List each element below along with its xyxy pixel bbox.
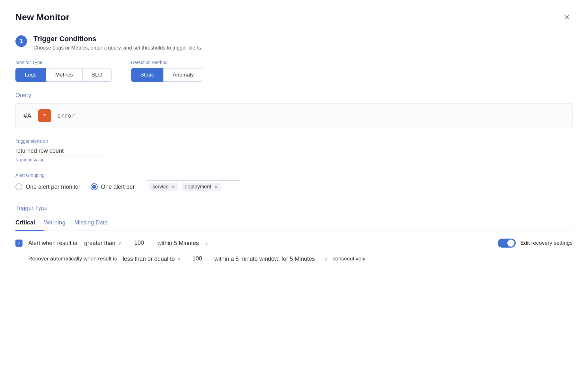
window-select-wrapper: within 5 Minutes within 10 Minutes withi… — [156, 239, 209, 247]
query-id: #A — [23, 112, 32, 120]
alert-checkbox[interactable]: ✓ — [15, 240, 22, 247]
trigger-alerts-input[interactable] — [15, 146, 105, 156]
tag-service-remove[interactable]: ✕ — [171, 184, 175, 189]
radio-one-per[interactable]: One alert per — [91, 183, 135, 190]
monitor-type-label: Monitor Type — [15, 60, 112, 65]
tab-warning[interactable]: Warning — [44, 216, 74, 231]
tag-service: service ✕ — [149, 183, 178, 191]
section-divider — [15, 272, 573, 272]
recovery-suffix: consecutively — [333, 256, 365, 262]
step1-title: Trigger Conditions — [33, 35, 202, 43]
alert-row: ✓ Alert when result is greater than less… — [15, 239, 573, 248]
window-select[interactable]: within 5 Minutes within 10 Minutes withi… — [156, 239, 209, 247]
tag-deployment-remove[interactable]: ✕ — [214, 184, 218, 189]
tag-deployment-label: deployment — [185, 184, 211, 190]
recovery-window-select[interactable]: within a 5 minute window, for 5 Minutes … — [213, 255, 328, 263]
recovery-condition-select[interactable]: less than or equal to less than equal to — [121, 255, 182, 263]
query-section: Query #A ≡ error — [15, 92, 573, 128]
trigger-alerts-label: Trigger alerts on — [15, 139, 573, 144]
monitor-type-logs[interactable]: Logs — [15, 68, 46, 82]
query-icon-symbol: ≡ — [43, 112, 47, 120]
close-button[interactable]: ✕ — [561, 12, 573, 23]
step1-header: 1 Trigger Conditions Choose Logs or Metr… — [15, 35, 573, 51]
detection-static[interactable]: Static — [131, 68, 164, 82]
type-detection-row: Monitor Type Logs Metrics SLO Detection … — [15, 60, 573, 82]
numeric-value-label: Numeric Value — [15, 157, 573, 162]
monitor-type-group: Monitor Type Logs Metrics SLO — [15, 60, 112, 82]
trigger-alerts-section: Trigger alerts on Numeric Value — [15, 139, 573, 162]
monitor-type-metrics[interactable]: Metrics — [46, 68, 82, 82]
trigger-type-section: Trigger Type Critical Warning Missing Da… — [15, 205, 573, 263]
grouping-row: One alert per monitor One alert per serv… — [15, 180, 573, 193]
step1-info: Trigger Conditions Choose Logs or Metric… — [33, 35, 202, 51]
modal-title: New Monitor — [15, 12, 69, 23]
step-badge: 1 — [15, 35, 27, 47]
toggle-area: Edit recovery settings — [498, 239, 573, 248]
tab-missing-data[interactable]: Missing Data — [74, 216, 117, 231]
tags-area[interactable]: service ✕ deployment ✕ — [145, 180, 241, 193]
step1-subtitle: Choose Logs or Metrics, enter a query, a… — [33, 45, 202, 51]
query-value: error — [58, 113, 75, 119]
tag-service-label: service — [152, 184, 169, 190]
condition-select[interactable]: greater than less than equal to — [83, 239, 122, 247]
query-label: Query — [15, 92, 573, 99]
radio-dot — [92, 185, 96, 189]
modal-container: New Monitor ✕ 1 Trigger Conditions Choos… — [0, 0, 588, 382]
recovery-window-wrapper: within a 5 minute window, for 5 Minutes … — [213, 255, 328, 263]
detection-method-label: Detection Method — [131, 60, 203, 65]
condition-select-wrapper: greater than less than equal to — [83, 239, 122, 247]
detection-method-group: Detection Method Static Anomaly — [131, 60, 203, 82]
recovery-row: Recover automatically when result is les… — [15, 255, 573, 263]
recovery-prefix: Recover automatically when result is — [28, 256, 117, 262]
radio-monitor-label: One alert per monitor — [26, 184, 80, 190]
query-row: #A ≡ error — [15, 103, 573, 128]
monitor-type-slo[interactable]: SLO — [82, 68, 112, 82]
recovery-condition-wrapper: less than or equal to less than equal to — [121, 255, 182, 263]
trigger-tabs: Critical Warning Missing Data — [15, 216, 573, 231]
recovery-toggle-label: Edit recovery settings — [520, 240, 573, 246]
recovery-threshold-input[interactable] — [186, 255, 209, 263]
detection-anomaly[interactable]: Anomaly — [163, 68, 203, 82]
alert-grouping-label: Alert Grouping — [15, 173, 573, 178]
threshold-input[interactable] — [128, 239, 150, 247]
radio-circle-per — [91, 183, 98, 190]
modal-header: New Monitor ✕ — [15, 12, 573, 23]
alert-grouping-section: Alert Grouping One alert per monitor One… — [15, 173, 573, 193]
recovery-toggle[interactable] — [498, 239, 516, 248]
radio-per-label: One alert per — [101, 184, 135, 190]
query-icon[interactable]: ≡ — [38, 109, 51, 122]
tag-deployment: deployment ✕ — [182, 183, 221, 191]
radio-one-per-monitor[interactable]: One alert per monitor — [15, 183, 80, 190]
trigger-type-label: Trigger Type — [15, 205, 573, 212]
tab-critical[interactable]: Critical — [15, 216, 44, 231]
radio-circle-monitor — [15, 183, 22, 190]
alert-prefix: Alert when result is — [28, 240, 77, 247]
detection-method-buttons: Static Anomaly — [131, 68, 203, 82]
monitor-type-buttons: Logs Metrics SLO — [15, 68, 112, 82]
